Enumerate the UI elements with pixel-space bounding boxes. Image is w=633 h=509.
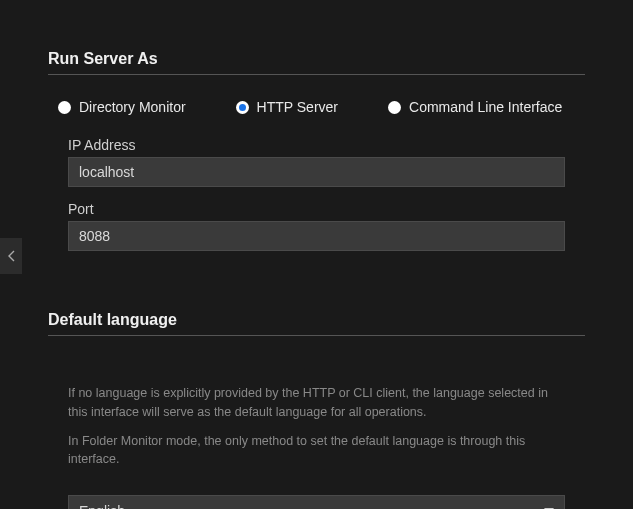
radio-http-server[interactable]: HTTP Server [236,99,338,115]
default-language-help: If no language is explicitly provided by… [48,354,585,487]
run-server-radio-group: Directory Monitor HTTP Server Command Li… [48,93,585,137]
ip-address-label: IP Address [68,137,565,153]
section-title-run-server: Run Server As [48,50,585,75]
help-paragraph-2: In Folder Monitor mode, the only method … [68,432,565,470]
default-language-select[interactable]: English [68,495,565,509]
radio-icon [58,101,71,114]
radio-icon [388,101,401,114]
radio-label: Command Line Interface [409,99,562,115]
collapse-panel-tab[interactable] [0,238,22,274]
port-label: Port [68,201,565,217]
settings-panel: Run Server As Directory Monitor HTTP Ser… [0,0,633,509]
help-paragraph-1: If no language is explicitly provided by… [68,384,565,422]
radio-label: HTTP Server [257,99,338,115]
section-title-default-language: Default language [48,311,585,336]
radio-icon [236,101,249,114]
ip-address-input[interactable] [68,157,565,187]
radio-command-line[interactable]: Command Line Interface [388,99,562,115]
chevron-left-icon [8,250,15,262]
radio-label: Directory Monitor [79,99,186,115]
ip-address-field: IP Address [48,137,585,187]
radio-directory-monitor[interactable]: Directory Monitor [58,99,186,115]
port-field: Port [48,201,585,251]
port-input[interactable] [68,221,565,251]
